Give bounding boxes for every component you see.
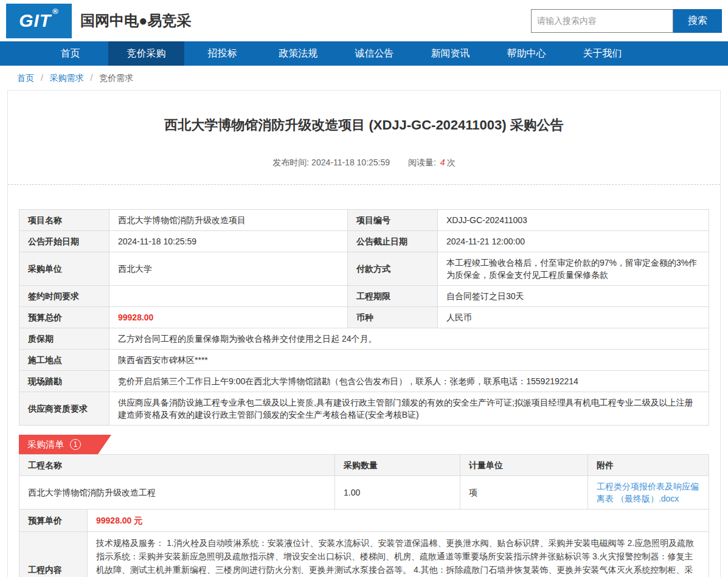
purchaser-value: 西北大学 [109,252,348,286]
table-row: 采购单位 西北大学 付款方式 本工程竣工验收合格后，付至审定价款的97%，留审定… [19,252,709,286]
top-header: GIT® 国网中电●易竞采 搜索 [0,0,728,41]
start-date-value: 2024-11-18 10:25:59 [109,231,348,252]
views-unit: 次 [447,157,456,167]
budget-total-label: 预算总价 [19,307,109,328]
nav-item-tendering[interactable]: 招投标 [184,41,260,66]
nav-item-news[interactable]: 新闻资讯 [412,41,488,66]
table-row: 预算总价 99928.00 币种 人民币 [19,307,709,328]
search-bar: 搜索 [531,9,722,33]
announcement-meta: 发布时间: 2024-11-18 10:25:59阅读量: 4次 [20,157,708,184]
end-date-value: 2024-11-21 12:00:00 [438,231,709,252]
breadcrumb-separator: / [41,73,43,83]
table-row: 质保期 乙方对合同工程的质量保修期为验收合格并交付使用之日起 24个月。 [19,328,709,350]
nav-item-policies[interactable]: 政策法规 [260,41,336,66]
nav-item-bidding-purchase[interactable]: 竞价采购 [108,41,184,66]
end-date-label: 公告截止日期 [348,231,438,252]
col-header-quantity: 采购数量 [335,455,460,476]
page-title: 西北大学博物馆消防升级改造项目 (XDJJ-GC-202411003) 采购公告 [20,116,708,134]
table-header-row: 工程名称 采购数量 计量单位 附件 [19,455,709,476]
table-row: 供应商资质要求 供应商应具备消防设施工程专业承包二级及以上资质,具有建设行政主管… [19,392,709,426]
qualification-label: 供应商资质要求 [19,392,109,426]
nav-item-home[interactable]: 首页 [32,41,108,66]
unit-price-value: 99928.00 元 [88,510,709,532]
views-count: 4 [440,157,445,167]
budget-total-value: 99928.00 [109,307,348,328]
currency-label: 币种 [348,307,438,328]
table-row: 西北大学博物馆消防升级改造工程 1.00 项 工程类分项报价表及响应偏离表 （最… [19,476,709,510]
table-row: 项目名称 西北大学博物馆消防升级改造项目 项目编号 XDJJ-GC-202411… [19,210,709,231]
warranty-value: 乙方对合同工程的质量保修期为验收合格并交付使用之日起 24个月。 [109,328,709,350]
col-header-project-name: 工程名称 [19,455,335,476]
purchase-item-name: 西北大学博物馆消防升级改造工程 [19,476,335,510]
unit-price-label: 预算单价 [19,510,88,532]
publish-time-label: 发布时间: [272,157,311,167]
table-row: 工程内容 技术规格及服务： 1.消火栓及自动喷淋系统：安装液位计、安装水流标识、… [19,532,709,577]
warranty-label: 质保期 [19,328,109,350]
purchaser-label: 采购单位 [19,252,109,286]
currency-value: 人民币 [438,307,709,328]
duration-value: 自合同签订之日30天 [438,286,709,307]
publish-time-value: 2024-11-18 10:25:59 [311,157,390,167]
nav-item-help-center[interactable]: 帮助中心 [488,41,564,66]
site-logo[interactable]: GIT® [6,4,72,38]
purchase-item-unit: 项 [460,476,588,510]
registered-trademark-icon: ® [52,7,59,16]
location-label: 施工地点 [19,350,109,371]
breadcrumb-current: 竞价需求 [99,73,133,83]
qualification-value: 供应商应具备消防设施工程专业承包二级及以上资质,具有建设行政主管部门颁发的有效的… [109,392,709,426]
table-row: 施工地点 陕西省西安市碑林区**** [19,350,709,371]
purchase-detail-table: 预算单价 99928.00 元 工程内容 技术规格及服务： 1.消火栓及自动喷淋… [19,509,709,577]
start-date-label: 公告开始日期 [19,231,109,252]
breadcrumb-purchase-demand[interactable]: 采购需求 [50,73,84,83]
purchase-list-tag: 采购清单 1 [19,435,111,454]
payment-label: 付款方式 [348,252,438,286]
logo-text: GIT® [19,10,59,31]
table-row: 签约时间要求 工程期限 自合同签订之日30天 [19,286,709,307]
project-content-label: 工程内容 [19,532,88,577]
col-header-unit: 计量单位 [460,455,588,476]
table-row: 预算单价 99928.00 元 [19,510,709,532]
table-row: 公告开始日期 2024-11-18 10:25:59 公告截止日期 2024-1… [19,231,709,252]
location-value: 陕西省西安市碑林区**** [109,350,709,371]
table-row: 现场踏勘 竞价开启后第三个工作日上午9:00在西北大学博物馆踏勘（包含公告发布日… [19,371,709,392]
nav-item-integrity-notice[interactable]: 诚信公告 [336,41,412,66]
site-visit-value: 竞价开启后第三个工作日上午9:00在西北大学博物馆踏勘（包含公告发布日），联系人… [109,371,709,392]
announcement-title-block: 西北大学博物馆消防升级改造项目 (XDJJ-GC-202411003) 采购公告… [8,91,720,184]
announcement-card: 西北大学博物馆消防升级改造项目 (XDJJ-GC-202411003) 采购公告… [7,90,721,577]
breadcrumb-separator: / [91,73,93,83]
search-input[interactable] [531,9,673,33]
search-button[interactable]: 搜索 [673,9,722,33]
breadcrumb-home[interactable]: 首页 [17,73,34,83]
views-label: 阅读量: [408,157,439,167]
col-header-attachment: 附件 [588,455,709,476]
project-content-value: 技术规格及服务： 1.消火栓及自动喷淋系统：安装液位计、安装水流标识、安装管道保… [88,532,709,577]
duration-label: 工程期限 [348,286,438,307]
project-code-label: 项目编号 [348,210,438,231]
sign-time-label: 签约时间要求 [19,286,109,307]
purchase-item-quantity: 1.00 [335,476,460,510]
breadcrumb: 首页 / 采购需求 / 竞价需求 [0,66,728,89]
purchase-list-table: 工程名称 采购数量 计量单位 附件 西北大学博物馆消防升级改造工程 1.00 项… [19,454,709,510]
project-name-label: 项目名称 [19,210,109,231]
payment-value: 本工程竣工验收合格后，付至审定价款的97%，留审定金额的3%作为质保金，质保金支… [438,252,709,286]
project-code-value: XDJJ-GC-202411003 [438,210,709,231]
project-info-table: 项目名称 西北大学博物馆消防升级改造项目 项目编号 XDJJ-GC-202411… [19,209,709,426]
purchase-list-count-badge: 1 [70,439,81,450]
card-content: 项目名称 西北大学博物馆消防升级改造项目 项目编号 XDJJ-GC-202411… [8,185,720,577]
project-name-value: 西北大学博物馆消防升级改造项目 [109,210,348,231]
main-nav: 首页 竞价采购 招投标 政策法规 诚信公告 新闻资讯 帮助中心 关于我们 [0,41,728,66]
sign-time-value [109,286,348,307]
purchase-list-tag-label: 采购清单 [27,439,64,451]
nav-item-about-us[interactable]: 关于我们 [564,41,640,66]
attachment-link[interactable]: 工程类分项报价表及响应偏离表 （最终版）.docx [597,482,699,503]
site-visit-label: 现场踏勘 [19,371,109,392]
site-title: 国网中电●易竞采 [80,11,192,30]
